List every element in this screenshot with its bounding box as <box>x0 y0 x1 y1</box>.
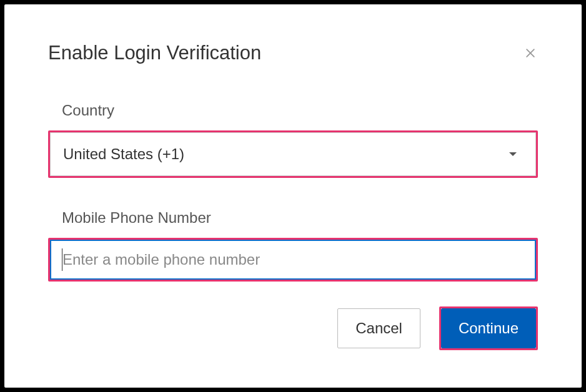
phone-highlight <box>48 238 538 282</box>
country-label: Country <box>48 102 538 119</box>
chevron-down-icon <box>509 152 517 156</box>
cancel-button[interactable]: Cancel <box>337 308 420 348</box>
phone-label: Mobile Phone Number <box>48 209 538 227</box>
phone-input[interactable] <box>50 240 536 280</box>
login-verification-dialog: Enable Login Verification Country United… <box>4 4 582 388</box>
country-select[interactable]: United States (+1) <box>50 132 536 176</box>
phone-input-wrapper <box>50 240 536 280</box>
country-form-group: Country United States (+1) <box>48 102 538 178</box>
dialog-title: Enable Login Verification <box>48 42 261 64</box>
text-cursor <box>62 248 62 271</box>
continue-button[interactable]: Continue <box>441 308 536 348</box>
button-row: Cancel Continue <box>48 306 538 350</box>
country-highlight: United States (+1) <box>48 130 538 178</box>
dialog-header: Enable Login Verification <box>48 42 538 64</box>
continue-highlight: Continue <box>439 306 538 350</box>
country-select-value: United States (+1) <box>63 145 509 163</box>
close-icon[interactable] <box>523 46 538 61</box>
phone-form-group: Mobile Phone Number <box>48 209 538 282</box>
